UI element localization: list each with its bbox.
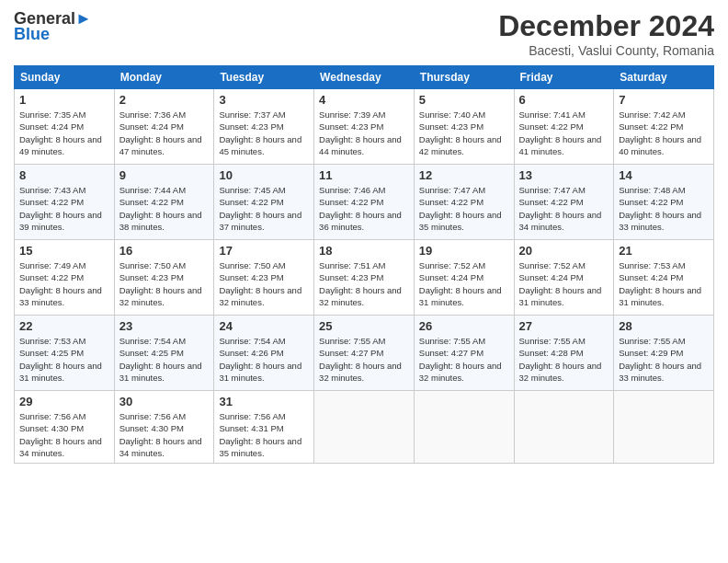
day-number: 20 [519,244,609,258]
calendar-cell: 31 Sunrise: 7:56 AMSunset: 4:31 PMDaylig… [214,391,314,464]
calendar-cell: 14 Sunrise: 7:48 AMSunset: 4:22 PMDaylig… [614,165,714,240]
day-number: 12 [419,168,509,182]
day-info: Sunrise: 7:55 AMSunset: 4:27 PMDaylight:… [419,336,502,383]
day-number: 11 [319,168,409,182]
calendar-cell: 7 Sunrise: 7:42 AMSunset: 4:22 PMDayligh… [614,89,714,165]
header: General► Blue December 2024 Bacesti, Vas… [14,9,714,58]
calendar-header-row: Sunday Monday Tuesday Wednesday Thursday… [15,66,714,89]
calendar-cell: 27 Sunrise: 7:55 AMSunset: 4:28 PMDaylig… [514,316,614,391]
day-number: 17 [219,244,309,258]
col-saturday: Saturday [614,66,714,89]
calendar-cell: 3 Sunrise: 7:37 AMSunset: 4:23 PMDayligh… [214,89,314,165]
calendar-cell: 21 Sunrise: 7:53 AMSunset: 4:24 PMDaylig… [614,240,714,316]
day-info: Sunrise: 7:52 AMSunset: 4:24 PMDaylight:… [519,260,602,307]
day-info: Sunrise: 7:45 AMSunset: 4:22 PMDaylight:… [219,185,301,232]
day-number: 19 [419,244,509,258]
day-info: Sunrise: 7:56 AMSunset: 4:30 PMDaylight:… [119,411,202,458]
calendar-cell: 24 Sunrise: 7:54 AMSunset: 4:26 PMDaylig… [214,316,314,391]
calendar-cell: 29 Sunrise: 7:56 AMSunset: 4:30 PMDaylig… [15,391,115,464]
month-title: December 2024 [498,9,714,43]
calendar-cell [614,391,714,464]
calendar-cell: 1 Sunrise: 7:35 AMSunset: 4:24 PMDayligh… [15,89,115,165]
col-friday: Friday [514,66,614,89]
day-number: 8 [19,168,109,182]
day-number: 27 [519,319,609,333]
logo: General► Blue [14,9,92,44]
location-subtitle: Bacesti, Vaslui County, Romania [498,43,714,58]
calendar-cell: 28 Sunrise: 7:55 AMSunset: 4:29 PMDaylig… [614,316,714,391]
calendar-cell: 23 Sunrise: 7:54 AMSunset: 4:25 PMDaylig… [114,316,214,391]
day-info: Sunrise: 7:43 AMSunset: 4:22 PMDaylight:… [19,185,102,232]
day-number: 9 [119,168,210,182]
day-number: 22 [19,319,109,333]
calendar-cell: 25 Sunrise: 7:55 AMSunset: 4:27 PMDaylig… [314,316,415,391]
day-number: 6 [519,93,609,107]
calendar-cell: 19 Sunrise: 7:52 AMSunset: 4:24 PMDaylig… [414,240,514,316]
day-number: 4 [319,93,409,107]
day-info: Sunrise: 7:55 AMSunset: 4:27 PMDaylight:… [319,336,402,383]
day-info: Sunrise: 7:37 AMSunset: 4:23 PMDaylight:… [219,109,301,156]
day-info: Sunrise: 7:42 AMSunset: 4:22 PMDaylight:… [619,109,701,156]
calendar-cell: 6 Sunrise: 7:41 AMSunset: 4:22 PMDayligh… [514,89,614,165]
day-info: Sunrise: 7:50 AMSunset: 4:23 PMDaylight:… [119,260,202,307]
calendar-cell [514,391,614,464]
calendar-cell: 15 Sunrise: 7:49 AMSunset: 4:22 PMDaylig… [15,240,115,316]
day-info: Sunrise: 7:40 AMSunset: 4:23 PMDaylight:… [419,109,502,156]
day-info: Sunrise: 7:39 AMSunset: 4:23 PMDaylight:… [319,109,402,156]
calendar-cell [414,391,514,464]
day-info: Sunrise: 7:41 AMSunset: 4:22 PMDaylight:… [519,109,602,156]
day-info: Sunrise: 7:55 AMSunset: 4:29 PMDaylight:… [619,336,701,383]
day-number: 25 [319,319,409,333]
calendar-cell: 30 Sunrise: 7:56 AMSunset: 4:30 PMDaylig… [114,391,214,464]
calendar-cell: 4 Sunrise: 7:39 AMSunset: 4:23 PMDayligh… [314,89,415,165]
day-info: Sunrise: 7:52 AMSunset: 4:24 PMDaylight:… [419,260,502,307]
day-info: Sunrise: 7:47 AMSunset: 4:22 PMDaylight:… [519,185,602,232]
day-info: Sunrise: 7:56 AMSunset: 4:31 PMDaylight:… [219,411,301,458]
day-info: Sunrise: 7:53 AMSunset: 4:24 PMDaylight:… [619,260,701,307]
day-number: 5 [419,93,509,107]
day-number: 28 [619,319,709,333]
col-monday: Monday [114,66,214,89]
day-number: 31 [219,395,309,408]
day-number: 1 [19,93,109,107]
day-info: Sunrise: 7:36 AMSunset: 4:24 PMDaylight:… [119,109,202,156]
calendar-cell: 18 Sunrise: 7:51 AMSunset: 4:23 PMDaylig… [314,240,415,316]
title-section: December 2024 Bacesti, Vaslui County, Ro… [498,9,714,58]
col-tuesday: Tuesday [214,66,314,89]
day-number: 3 [219,93,309,107]
day-number: 15 [19,244,109,258]
day-number: 7 [619,93,709,107]
day-number: 2 [119,93,210,107]
day-number: 13 [519,168,609,182]
calendar-cell: 17 Sunrise: 7:50 AMSunset: 4:23 PMDaylig… [214,240,314,316]
calendar-cell: 2 Sunrise: 7:36 AMSunset: 4:24 PMDayligh… [114,89,214,165]
day-number: 23 [119,319,210,333]
day-number: 10 [219,168,309,182]
calendar-cell: 26 Sunrise: 7:55 AMSunset: 4:27 PMDaylig… [414,316,514,391]
calendar-cell: 8 Sunrise: 7:43 AMSunset: 4:22 PMDayligh… [15,165,115,240]
day-number: 29 [19,395,109,408]
day-info: Sunrise: 7:50 AMSunset: 4:23 PMDaylight:… [219,260,301,307]
col-sunday: Sunday [15,66,115,89]
day-number: 24 [219,319,309,333]
day-info: Sunrise: 7:54 AMSunset: 4:26 PMDaylight:… [219,336,301,383]
col-thursday: Thursday [414,66,514,89]
day-info: Sunrise: 7:56 AMSunset: 4:30 PMDaylight:… [19,411,102,458]
day-info: Sunrise: 7:54 AMSunset: 4:25 PMDaylight:… [119,336,202,383]
day-number: 21 [619,244,709,258]
calendar-table: Sunday Monday Tuesday Wednesday Thursday… [14,65,714,464]
day-info: Sunrise: 7:48 AMSunset: 4:22 PMDaylight:… [619,185,701,232]
day-info: Sunrise: 7:53 AMSunset: 4:25 PMDaylight:… [19,336,102,383]
calendar-cell: 11 Sunrise: 7:46 AMSunset: 4:22 PMDaylig… [314,165,415,240]
calendar-cell: 13 Sunrise: 7:47 AMSunset: 4:22 PMDaylig… [514,165,614,240]
day-info: Sunrise: 7:47 AMSunset: 4:22 PMDaylight:… [419,185,502,232]
logo-text-line2: Blue [14,25,92,44]
calendar-cell: 10 Sunrise: 7:45 AMSunset: 4:22 PMDaylig… [214,165,314,240]
calendar-cell: 20 Sunrise: 7:52 AMSunset: 4:24 PMDaylig… [514,240,614,316]
day-info: Sunrise: 7:55 AMSunset: 4:28 PMDaylight:… [519,336,602,383]
day-number: 18 [319,244,409,258]
col-wednesday: Wednesday [314,66,415,89]
day-info: Sunrise: 7:44 AMSunset: 4:22 PMDaylight:… [119,185,202,232]
calendar-cell: 22 Sunrise: 7:53 AMSunset: 4:25 PMDaylig… [15,316,115,391]
day-number: 16 [119,244,210,258]
